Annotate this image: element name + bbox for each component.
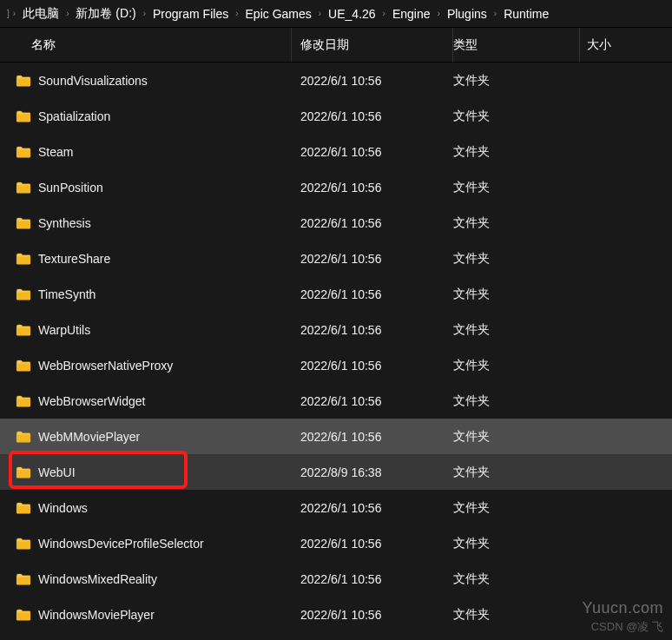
cell-name: SoundVisualizations — [0, 74, 292, 88]
breadcrumb-segment[interactable]: Epic Games — [240, 3, 317, 24]
cell-date: 2022/6/1 10:56 — [292, 252, 453, 266]
cell-name: WebBrowserNativeProxy — [0, 359, 292, 373]
table-row[interactable]: TextureShare2022/6/1 10:56文件夹 — [0, 241, 672, 276]
watermark-credit: CSDN @凌 飞 — [591, 619, 663, 635]
table-row[interactable]: WindowsDeviceProfileSelector2022/6/1 10:… — [0, 525, 672, 561]
chevron-right-icon: › — [436, 9, 442, 18]
table-row[interactable]: SunPosition2022/6/1 10:56文件夹 — [0, 169, 672, 205]
table-row[interactable]: WebBrowserWidget2022/6/1 10:56文件夹 — [0, 383, 672, 419]
file-name: Synthesis — [38, 216, 91, 230]
breadcrumb-segment[interactable]: 新加卷 (D:) — [70, 3, 141, 25]
cell-name: TimeSynth — [0, 287, 292, 301]
table-row[interactable]: WebUI2022/8/9 16:38文件夹 — [0, 454, 672, 490]
folder-icon — [16, 324, 31, 336]
cell-name: WindowsDeviceProfileSelector — [0, 537, 292, 551]
column-header-name[interactable]: 名称 — [0, 28, 292, 62]
column-header-date[interactable]: 修改日期 — [292, 28, 453, 62]
file-name: WarpUtils — [38, 323, 90, 337]
file-name: SunPosition — [38, 181, 103, 195]
file-name: Spatialization — [38, 109, 110, 123]
cell-name: Windows — [0, 501, 292, 515]
cell-type: 文件夹 — [453, 287, 580, 302]
cell-name: WebMMoviePlayer — [0, 430, 292, 444]
table-row[interactable]: SoundVisualizations2022/6/1 10:56文件夹 — [0, 63, 672, 98]
cell-type: 文件夹 — [453, 607, 580, 623]
cell-date: 2022/6/1 10:56 — [292, 145, 453, 159]
chevron-right-icon: › — [142, 9, 148, 18]
table-row[interactable]: Spatialization2022/6/1 10:56文件夹 — [0, 98, 672, 134]
file-list: SoundVisualizations2022/6/1 10:56文件夹 Spa… — [0, 63, 672, 632]
cell-type: 文件夹 — [453, 358, 580, 373]
folder-icon — [16, 502, 31, 514]
cell-name: Steam — [0, 145, 292, 159]
table-row[interactable]: WebBrowserNativeProxy2022/6/1 10:56文件夹 — [0, 347, 672, 383]
cell-date: 2022/6/1 10:56 — [292, 74, 453, 88]
watermark-text: Yuucn.com — [582, 599, 663, 617]
file-name: TextureShare — [38, 252, 110, 266]
cell-type: 文件夹 — [453, 322, 580, 338]
table-row[interactable]: Steam2022/6/1 10:56文件夹 — [0, 134, 672, 169]
breadcrumb-segment[interactable]: UE_4.26 — [323, 3, 380, 24]
table-row[interactable]: WindowsMoviePlayer2022/6/1 10:56文件夹 — [0, 597, 672, 632]
cell-type: 文件夹 — [453, 144, 580, 160]
column-headers: 名称 修改日期 类型 大小 — [0, 28, 672, 63]
cell-type: 文件夹 — [453, 109, 580, 124]
cell-type: 文件夹 — [453, 465, 580, 480]
cell-name: TextureShare — [0, 252, 292, 266]
breadcrumb-segment[interactable]: Plugins — [442, 3, 492, 24]
file-name: WebBrowserWidget — [38, 394, 145, 408]
folder-icon — [16, 395, 31, 407]
cell-type: 文件夹 — [453, 429, 580, 445]
folder-icon — [16, 360, 31, 372]
column-header-type[interactable]: 类型 — [453, 28, 580, 62]
table-row[interactable]: Synthesis2022/6/1 10:56文件夹 — [0, 205, 672, 241]
folder-icon — [16, 217, 31, 229]
cell-name: WebBrowserWidget — [0, 394, 292, 408]
cell-date: 2022/6/1 10:56 — [292, 109, 453, 123]
cell-name: Synthesis — [0, 216, 292, 230]
cell-date: 2022/6/1 10:56 — [292, 359, 453, 373]
cell-date: 2022/6/1 10:56 — [292, 608, 453, 622]
chevron-right-icon: › — [234, 9, 240, 18]
cell-date: 2022/6/1 10:56 — [292, 394, 453, 408]
table-row[interactable]: TimeSynth2022/6/1 10:56文件夹 — [0, 276, 672, 312]
breadcrumb-segment[interactable]: 此电脑 — [17, 3, 64, 25]
table-row[interactable]: WebMMoviePlayer2022/6/1 10:56文件夹 — [0, 419, 672, 454]
cell-type: 文件夹 — [453, 393, 580, 409]
column-header-size[interactable]: 大小 — [580, 28, 672, 62]
file-name: WebUI — [38, 465, 76, 479]
folder-icon — [16, 466, 31, 478]
breadcrumb-segment[interactable]: Runtime — [498, 3, 554, 24]
cell-date: 2022/6/1 10:56 — [292, 323, 453, 337]
cell-type: 文件夹 — [453, 73, 580, 89]
folder-icon — [16, 253, 31, 265]
folder-icon — [16, 288, 31, 300]
file-name: TimeSynth — [38, 287, 96, 301]
cell-date: 2022/6/1 10:56 — [292, 537, 453, 551]
table-row[interactable]: WarpUtils2022/6/1 10:56文件夹 — [0, 312, 672, 347]
chevron-right-icon: › — [64, 9, 70, 18]
breadcrumb-segment[interactable]: Engine — [387, 3, 436, 24]
breadcrumb-segment[interactable]: Program Files — [148, 3, 234, 24]
cell-type: 文件夹 — [453, 215, 580, 231]
file-name: WindowsDeviceProfileSelector — [38, 537, 204, 551]
cell-type: 文件夹 — [453, 180, 580, 195]
chevron-right-icon: › — [11, 9, 17, 18]
folder-icon — [16, 146, 31, 158]
folder-icon — [16, 431, 31, 443]
cell-date: 2022/6/1 10:56 — [292, 501, 453, 515]
file-name: WindowsMoviePlayer — [38, 608, 155, 622]
file-name: WindowsMixedReality — [38, 572, 157, 586]
table-row[interactable]: WindowsMixedReality2022/6/1 10:56文件夹 — [0, 561, 672, 597]
folder-icon — [16, 573, 31, 585]
cell-name: WindowsMoviePlayer — [0, 608, 292, 622]
file-name: Steam — [38, 145, 73, 159]
folder-icon — [16, 538, 31, 550]
folder-icon — [16, 609, 31, 621]
cell-name: WindowsMixedReality — [0, 572, 292, 586]
cell-type: 文件夹 — [453, 251, 580, 267]
cell-type: 文件夹 — [453, 571, 580, 587]
table-row[interactable]: Windows2022/6/1 10:56文件夹 — [0, 490, 672, 525]
cell-date: 2022/6/1 10:56 — [292, 216, 453, 230]
file-name: SoundVisualizations — [38, 74, 148, 88]
